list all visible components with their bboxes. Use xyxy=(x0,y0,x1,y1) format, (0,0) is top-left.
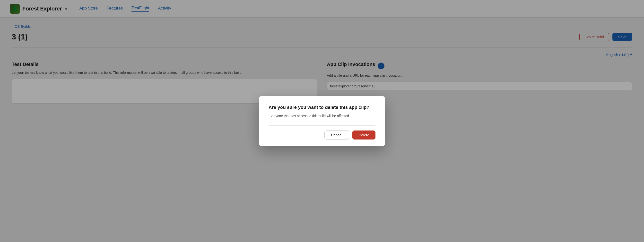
modal-actions: Cancel Delete xyxy=(268,131,376,140)
cancel-button[interactable]: Cancel xyxy=(324,131,349,140)
modal-title: Are you sure you want to delete this app… xyxy=(268,105,376,110)
modal-overlay[interactable]: Are you sure you want to delete this app… xyxy=(0,0,644,242)
modal-divider xyxy=(268,125,376,126)
delete-confirmation-modal: Are you sure you want to delete this app… xyxy=(259,96,385,146)
delete-button[interactable]: Delete xyxy=(352,131,376,140)
modal-description: Everyone that has access to this build w… xyxy=(268,113,376,118)
